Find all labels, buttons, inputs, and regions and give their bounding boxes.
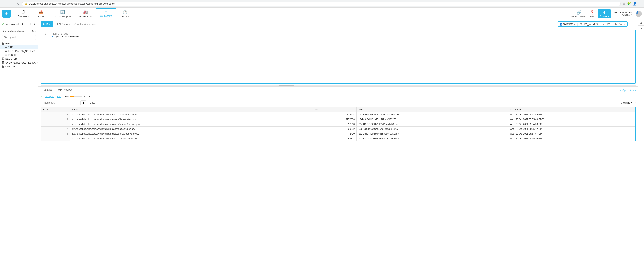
warehouses-icon: 🏭 xyxy=(83,10,88,15)
cell-md5-4: 8e2145f34526dc76956b8bec400a17db xyxy=(357,131,508,136)
schema-item-car[interactable]: ❄ CAR xyxy=(0,46,38,49)
filter-input[interactable] xyxy=(41,101,79,105)
copy-label: Copy xyxy=(90,102,95,104)
copy-button[interactable]: Copy xyxy=(88,101,97,105)
header-row: Row name size md5 last_modified xyxy=(41,107,636,112)
add-worksheet-button[interactable]: + xyxy=(29,22,32,26)
more-options-button[interactable]: ⋯ xyxy=(630,22,636,27)
cell-row-2: 3 xyxy=(41,122,70,127)
cell-name-3: azure://azbda.blob.core.windows.net/data… xyxy=(70,127,313,131)
open-history-button[interactable]: ↗ Open History xyxy=(620,89,636,92)
collapse-panel-button[interactable]: « xyxy=(35,30,36,33)
editor-area[interactable]: 1 -- List Stage 2 LIST @AZ_BDA_STORAGE xyxy=(41,30,636,84)
all-queries-label[interactable]: All Queries xyxy=(55,23,70,26)
editor-line-1: 1 -- List Stage xyxy=(43,32,633,35)
refresh-button[interactable]: ↻ xyxy=(32,30,34,33)
reload-button[interactable]: ↻ xyxy=(16,2,20,6)
tab-results[interactable]: Results xyxy=(41,87,54,93)
database-item-snowflake-sample[interactable]: 🗄 SNOWFLAKE_SAMPLE_DATA xyxy=(0,61,38,65)
table-row: 5 azure://azbda.blob.core.windows.net/da… xyxy=(41,131,636,136)
back-button[interactable]: ← xyxy=(2,2,7,6)
table-row: 1 azure://azbda.blob.core.windows.net/da… xyxy=(41,112,636,117)
tab-warehouses[interactable]: 🏭 Warehouses xyxy=(75,8,96,19)
tab-data-marketplace[interactable]: 🔄 Data Marketplace xyxy=(50,8,75,19)
context-user[interactable]: 👤 SYSADMIN xyxy=(559,23,576,26)
tab-history[interactable]: 🕐 History xyxy=(116,8,134,19)
schema-icon-information: ❄ xyxy=(5,50,7,53)
browser-chrome: ← → ↻ 🔒 ph21638.southeast-asia.azure.sno… xyxy=(0,0,644,8)
database-icon-sample: 🗄 xyxy=(2,61,4,64)
cell-name-5: azure://azbda.blob.core.windows.net/data… xyxy=(70,136,313,141)
search-input[interactable] xyxy=(2,35,36,40)
scroll-thumb xyxy=(279,85,294,86)
schema-item-public[interactable]: ❄ PUBLIC xyxy=(0,53,38,57)
cell-row-5: 6 xyxy=(41,136,70,141)
schema-label-public: PUBLIC xyxy=(8,54,16,56)
expand-button[interactable]: ⤢ xyxy=(633,101,636,105)
tab-worksheets-label: Worksheets xyxy=(100,15,112,17)
editor-line-2: 2 LIST @AZ_BDA_STORAGE xyxy=(43,35,633,38)
database-label-sample: SNOWFLAKE_SAMPLE_DATA xyxy=(5,61,38,64)
download-button[interactable]: ⬇ xyxy=(80,100,86,105)
database-item-util-db[interactable]: 🗄 UTIL_DB xyxy=(0,65,38,69)
tab-warehouses-label: Warehouses xyxy=(79,15,92,18)
cell-last-modified-4: Wed, 20 Oct 2021 05:54:57 GMT xyxy=(508,131,636,136)
col-last-modified: last_modified xyxy=(508,107,636,112)
code-comment-1: -- List Stage xyxy=(49,32,68,35)
extensions-button[interactable]: 🧩 xyxy=(627,2,631,6)
browser-actions: ☆ 🧩 👤 ⋮ xyxy=(622,2,642,6)
duration: 73ms xyxy=(64,95,82,98)
download-icon: ⬇ xyxy=(82,101,84,104)
profile-button[interactable]: 👤 xyxy=(632,2,637,6)
context-database[interactable]: 🗄 BDA xyxy=(602,23,611,26)
collapse-top-button[interactable]: ▲ xyxy=(638,20,644,26)
cell-last-modified-1: Wed, 20 Oct 2021 05:55:46 GMT xyxy=(508,117,636,122)
worksheet-menu-button[interactable]: ▾ xyxy=(33,22,36,26)
query-id-link[interactable]: Query ID xyxy=(45,95,54,98)
database-icon-bda: 🗄 xyxy=(2,42,4,45)
run-button[interactable]: ▶ Run xyxy=(41,22,53,27)
avatar[interactable]: 👤 xyxy=(636,11,642,17)
logo-button[interactable]: ❄ xyxy=(2,10,11,18)
search-input-wrap xyxy=(0,34,38,41)
col-row: Row xyxy=(41,107,70,112)
collapse-bottom-button[interactable]: ▼ xyxy=(638,26,644,31)
sql-link[interactable]: SQL xyxy=(56,95,61,98)
cell-last-modified-2: Wed, 20 Oct 2021 05:54:33 GMT xyxy=(508,122,636,127)
columns-label: Columns ▾ xyxy=(621,102,632,104)
snowsight-label: Snowsight xyxy=(600,15,609,17)
code-storage-ref: @AZ_BDA_STORAGE xyxy=(56,35,78,38)
toolbar-right: 👤 SYSADMIN | ⊞ BDA_WH (XS) | 🗄 BDA | xyxy=(557,22,636,27)
forward-button[interactable]: → xyxy=(9,2,14,6)
menu-button[interactable]: ⋮ xyxy=(638,2,642,6)
partner-connect-button[interactable]: 🔗 Partner Connect xyxy=(571,10,587,18)
main-nav: 🗄 Databases 📤 Shares 🔄 Data Marketplace … xyxy=(14,8,571,19)
address-bar[interactable]: 🔒 ph21638.southeast-asia.azure.snowflake… xyxy=(22,2,620,6)
tab-databases[interactable]: 🗄 Databases xyxy=(14,8,32,19)
database-item-bda[interactable]: 🗄 BDA xyxy=(0,42,38,46)
databases-icon: 🗄 xyxy=(21,10,25,14)
context-warehouse[interactable]: ⊞ BDA_WH (XS) xyxy=(580,23,598,26)
context-schema[interactable]: 🗄 CAR ▾ xyxy=(615,23,626,26)
snowsight-button[interactable]: ❄ Snowsight xyxy=(598,9,611,19)
sidebar-search-actions: ↻ « xyxy=(32,30,36,33)
tab-worksheets[interactable]: ⌨ Worksheets xyxy=(96,8,116,19)
schema-item-information-schema[interactable]: ❄ INFORMATION_SCHEMA xyxy=(0,49,38,53)
shares-icon: 📤 xyxy=(39,10,44,15)
cell-row-4: 5 xyxy=(41,131,70,136)
row-count: 6 rows xyxy=(84,95,91,98)
all-queries-checkbox[interactable] xyxy=(55,23,58,25)
cell-row-1: 2 xyxy=(41,117,70,122)
collapse-panel: ▲ ▼ xyxy=(638,20,644,261)
run-icon: ▶ xyxy=(43,23,45,25)
worksheets-icon: ⌨ xyxy=(105,10,107,14)
schema-label-car: CAR xyxy=(8,46,13,49)
star-button[interactable]: ☆ xyxy=(622,2,626,6)
database-item-demo-db[interactable]: 🗄 DEMO_DB xyxy=(0,57,38,61)
tab-shares[interactable]: 📤 Shares xyxy=(32,8,50,19)
table-row: 3 azure://azbda.blob.core.windows.net/da… xyxy=(41,122,636,127)
tab-data-preview[interactable]: Data Preview xyxy=(54,87,74,93)
columns-button[interactable]: Columns ▾ xyxy=(621,102,632,104)
open-history-arrow: ↗ xyxy=(620,89,622,92)
help-button[interactable]: ❓ Help xyxy=(590,10,594,18)
